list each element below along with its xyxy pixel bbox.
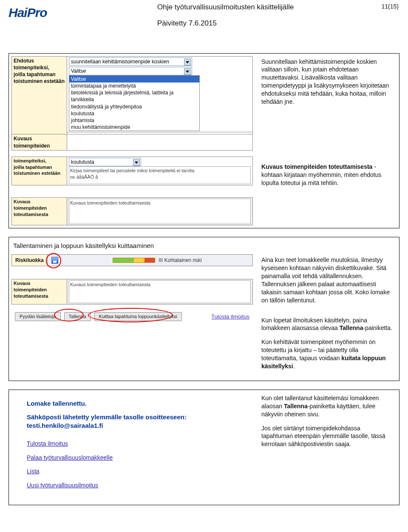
label-line: toimenpiteiksi,	[14, 158, 65, 164]
risk-text: III Kohtalainen riski	[159, 257, 201, 264]
save-icon[interactable]	[51, 257, 58, 264]
dropdown-valitse[interactable]: Valitse	[69, 67, 192, 75]
dropdown-option[interactable]: koulutusta	[69, 110, 199, 117]
doc-updated: Päivitetty 7.6.2015	[157, 19, 217, 28]
plain-text: .	[293, 363, 295, 370]
dropdown-koulutusta[interactable]: koulutusta	[69, 158, 141, 166]
instruction-box-2: Tallentaminen ja loppuun käsitellyksi ku…	[8, 237, 400, 381]
textarea-kuvaus-toteuttamisesta[interactable]: Kuvaus toimenpiteiden toteuttamisesta	[69, 199, 251, 224]
section-heading: Tallentaminen ja loppuun käsitellyksi ku…	[9, 237, 399, 252]
label-line: Kuvaus	[14, 199, 65, 205]
new-report-link[interactable]: Uusi työturvallisuusilmoitus	[27, 481, 249, 489]
risk-label: Riskiluokka	[12, 255, 48, 266]
form-kuvaus-toteuttamisesta: Kuvaus toimenpiteiden toteuttamisesta Ku…	[11, 197, 253, 225]
label-kuvaus-line2: toimenpiteiden	[14, 142, 65, 149]
mark-complete-button[interactable]: Kuittaa tapahtuma loppuunkäsitellyksi	[94, 312, 182, 321]
save-button[interactable]: Tallenna	[64, 312, 91, 321]
instruction-text: Kuvaus toimenpiteiden toteuttamisesta - …	[261, 163, 393, 187]
button-bar: Pyydän lisätietoja Tallenna Kuittaa tapa…	[11, 304, 253, 329]
back-to-form-link[interactable]: Palaa työturvallisuuslomakkeelle	[27, 454, 249, 462]
em-text: Tallenna	[284, 403, 308, 410]
label-ehdotus-line4: toistuminen estetään	[14, 78, 65, 85]
risk-row: Riskiluokka III Kohtalainen riski	[11, 254, 253, 266]
instruction-text: Kun olet tallentanut käsittelemäsi lomak…	[261, 394, 393, 418]
placeholder-text: Kuvaus toimenpiteiden toteuttamisesta	[70, 282, 150, 287]
print-link[interactable]: Tulosta ilmoitus	[211, 313, 249, 321]
risk-bar-icon	[113, 258, 155, 263]
plain-text: -painiketta.	[363, 324, 392, 331]
dropdown-option[interactable]: johtamista	[69, 117, 199, 124]
dropdown-option[interactable]: tiedonvälitystä ja yhteydenpitoa	[69, 103, 199, 110]
instruction-text: Suunnitellaan kehittämistoimenpide koski…	[261, 58, 393, 106]
placeholder-text: Kuvaus toimenpiteiden toteuttamisesta	[70, 200, 150, 205]
dropdown-option-selected[interactable]: Valitse	[69, 76, 199, 83]
page-number: 11(15)	[382, 3, 399, 11]
dropdown-option[interactable]: toimintatapaa ja menettelyitä	[69, 83, 199, 89]
label-line: toistuminen estetään	[14, 170, 65, 176]
label-ehdotus-line3: joilla tapahtuman	[14, 71, 65, 78]
instruction-box-3: Lomake tallennettu. Sähköposti lähetetty…	[8, 390, 400, 505]
form-kuvaus-toteuttamisesta: Kuvaus toimenpiteiden toteuttamisesta Ku…	[11, 279, 253, 304]
label-kuvaus-line1: Kuvaus	[14, 135, 65, 142]
label-line: toteuttamisesta	[14, 211, 65, 218]
em-text: Kuvaus toimenpiteiden toteuttamisesta	[261, 163, 374, 170]
placeholder-text: os äåäÅÄÖ å	[70, 174, 98, 179]
form-toimenpiteiksi: toimenpiteiksi, joilla tapahtuman toistu…	[11, 156, 253, 185]
textarea-kuvaus-toteuttamisesta[interactable]: Kuvaus toimenpiteiden toteuttamisesta	[69, 280, 251, 303]
form-ehdotus: Ehdotus toimenpiteiksi, joilla tapahtuma…	[11, 56, 253, 151]
label-ehdotus-line1: Ehdotus	[14, 57, 65, 64]
label-line: toimenpiteiden	[14, 205, 65, 211]
textarea-toimenpiteet[interactable]: Kirjaa toimenpiteet tai perustele miksi …	[69, 166, 251, 184]
saved-message: Lomake tallennettu.	[27, 399, 249, 408]
dropdown-plan[interactable]: suunnitellaan kehittämistoimenpide koski…	[69, 57, 192, 66]
label-line: Kuvaus	[14, 280, 65, 287]
dropdown-option[interactable]: muu kehittämistoimenpide	[69, 124, 199, 131]
em-text: Tallenna	[340, 324, 363, 331]
list-link[interactable]: Lista	[27, 467, 249, 475]
placeholder-text: Kirjaa toimenpiteet tai perustele miksi …	[70, 168, 194, 173]
label-line: joilla tapahtuman	[14, 164, 65, 171]
instruction-box-1: Ehdotus toimenpiteiksi, joilla tapahtuma…	[8, 53, 400, 228]
print-link[interactable]: Tulosta ilmoitus	[27, 440, 249, 448]
instruction-text: Aina kun teet lomakkeelle muutoksia, ilm…	[261, 256, 393, 304]
request-info-button[interactable]: Pyydän lisätietoja	[15, 312, 61, 321]
instruction-text: Kun lopetat ilmoituksen käsittelyn, pain…	[261, 316, 393, 333]
instruction-text: Kun kehittävät toimenpiteet myöhemmin on…	[261, 338, 393, 370]
label-line: toimenpiteiden	[14, 287, 65, 293]
label-line: toteuttamisesta	[14, 293, 65, 299]
dropdown-valitse-open[interactable]: Valitse toimintatapaa ja menettelyitä ti…	[69, 75, 200, 131]
email-sent-message: Sähköposti lähetetty ylemmälle tasolle o…	[27, 413, 249, 430]
instruction-text: Jos olet siirtänyt toimenpidekohdassa ta…	[261, 424, 393, 449]
label-ehdotus-line2: toimenpiteiksi,	[14, 64, 65, 71]
doc-title: Ohje työturvallisuusilmoitusten käsittel…	[157, 3, 294, 12]
dropdown-option[interactable]: tietoteknisiä ja teknisiä järjestelmiä, …	[69, 89, 199, 103]
